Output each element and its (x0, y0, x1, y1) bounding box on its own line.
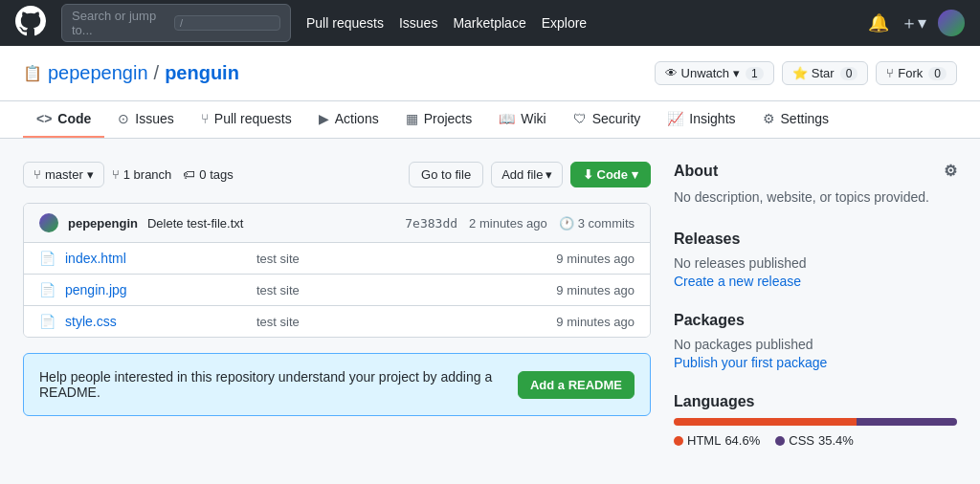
about-description: No description, website, or topics provi… (674, 187, 957, 208)
languages-bar (674, 418, 957, 426)
breadcrumb-separator: / (154, 62, 160, 84)
github-logo[interactable] (15, 6, 46, 41)
code-icon: <> (36, 111, 52, 126)
branch-meta: ⑂ 1 branch 🏷 0 tags (112, 167, 234, 182)
commit-hash-link[interactable]: 7e383dd (405, 216, 457, 231)
file-name-link[interactable]: pengin.jpg (65, 282, 256, 297)
tab-actions[interactable]: ▶ Actions (305, 101, 392, 138)
nav-issues[interactable]: Issues (399, 15, 437, 31)
commit-meta: 7e383dd 2 minutes ago 🕐 3 commits (405, 216, 635, 231)
tab-wiki[interactable]: 📖 Wiki (485, 101, 559, 138)
watch-icon: 👁 (665, 66, 678, 80)
tab-issues[interactable]: ⊙ Issues (104, 101, 187, 138)
gear-icon[interactable]: ⚙ (944, 162, 957, 180)
about-heading-text: About (674, 163, 718, 180)
add-file-chevron-icon: ▾ (546, 167, 552, 182)
wiki-icon: 📖 (499, 111, 515, 126)
branch-actions: Go to file Add file ▾ ⬇ Code ▾ (409, 162, 651, 187)
tab-insights[interactable]: 📈 Insights (654, 101, 748, 138)
content-left: ⑂ master ▾ ⑂ 1 branch 🏷 0 tags Go to fil… (23, 162, 651, 471)
code-button[interactable]: ⬇ Code ▾ (570, 162, 652, 187)
html-language-item: HTML 64.6% (674, 433, 760, 448)
star-icon: ⭐ (792, 66, 808, 80)
user-avatar[interactable] (938, 10, 965, 36)
repo-header: 📋 pepepengin / penguin 👁 Unwatch ▾ 1 ⭐ S… (0, 46, 980, 101)
tab-projects[interactable]: ▦ Projects (392, 101, 486, 138)
about-section: About ⚙ No description, website, or topi… (674, 162, 957, 208)
add-file-button[interactable]: Add file ▾ (491, 162, 562, 187)
branch-selector[interactable]: ⑂ master ▾ (23, 162, 104, 187)
search-shortcut: / (174, 15, 280, 31)
star-button[interactable]: ⭐ Star 0 (782, 61, 869, 85)
tab-actions-label: Actions (335, 111, 379, 126)
nav-links: Pull requests Issues Marketplace Explore (306, 15, 587, 31)
pr-icon: ⑂ (201, 111, 209, 126)
branches-link[interactable]: ⑂ 1 branch (112, 167, 172, 182)
commit-age: 2 minutes ago (469, 216, 547, 231)
search-box[interactable]: Search or jump to... / (61, 4, 291, 42)
tags-link[interactable]: 🏷 0 tags (183, 167, 233, 182)
tab-settings[interactable]: ⚙ Settings (749, 101, 843, 138)
file-name-link[interactable]: style.css (65, 314, 256, 329)
repo-breadcrumb: 📋 pepepengin / penguin (23, 62, 239, 84)
insights-icon: 📈 (667, 111, 683, 126)
watch-label: Unwatch (681, 66, 730, 80)
file-icon: 📄 (39, 282, 56, 297)
fork-label: Fork (898, 66, 923, 80)
code-chevron-icon: ▾ (632, 167, 638, 182)
releases-heading: Releases (674, 231, 957, 248)
code-btn-label: Code (597, 167, 629, 182)
file-age: 9 minutes ago (556, 252, 635, 266)
commit-author[interactable]: pepepengin (68, 216, 138, 231)
css-language-item: CSS 35.4% (775, 433, 854, 448)
repo-owner-link[interactable]: pepepengin (48, 62, 148, 84)
about-heading: About ⚙ (674, 162, 957, 180)
languages-heading: Languages (674, 393, 957, 410)
commits-link[interactable]: 🕐 3 commits (559, 216, 635, 231)
tab-code[interactable]: <> Code (23, 101, 104, 138)
security-icon: 🛡 (573, 111, 587, 126)
nav-pull-requests[interactable]: Pull requests (306, 15, 384, 31)
commit-avatar (39, 213, 58, 232)
nav-marketplace[interactable]: Marketplace (453, 15, 525, 31)
go-to-file-button[interactable]: Go to file (409, 162, 483, 187)
top-navigation: Search or jump to... / Pull requests Iss… (0, 0, 980, 46)
fork-button[interactable]: ⑂ Fork 0 (876, 61, 957, 85)
file-row: 📄 index.html test site 9 minutes ago (24, 243, 650, 275)
tab-projects-label: Projects (424, 111, 473, 126)
branch-name: master (45, 167, 83, 182)
releases-empty-text: No releases published (674, 253, 957, 274)
tab-wiki-label: Wiki (521, 111, 546, 126)
packages-empty-text: No packages published (674, 335, 957, 355)
tab-security[interactable]: 🛡 Security (560, 101, 655, 138)
tab-pr-label: Pull requests (214, 111, 292, 126)
watch-count: 1 (746, 67, 764, 80)
notifications-icon[interactable]: 🔔 (868, 12, 889, 33)
download-icon: ⬇ (583, 167, 593, 182)
plus-icon[interactable]: ＋▾ (901, 11, 926, 34)
watch-button[interactable]: 👁 Unwatch ▾ 1 (655, 61, 774, 85)
nav-explore[interactable]: Explore (542, 15, 587, 31)
publish-package-link[interactable]: Publish your first package (674, 355, 827, 370)
file-icon: 📄 (39, 251, 56, 266)
repo-type-icon: 📋 (23, 64, 42, 82)
history-icon: 🕐 (559, 216, 574, 231)
repo-name-link[interactable]: penguin (165, 62, 239, 84)
add-readme-button[interactable]: Add a README (518, 371, 635, 399)
sidebar: About ⚙ No description, website, or topi… (674, 162, 957, 471)
branch-bar: ⑂ master ▾ ⑂ 1 branch 🏷 0 tags Go to fil… (23, 162, 651, 187)
tab-issues-label: Issues (135, 111, 173, 126)
languages-section: Languages HTML 64.6% CSS 35.4% (674, 393, 957, 448)
file-row: 📄 pengin.jpg test site 9 minutes ago (24, 275, 650, 306)
main-content: ⑂ master ▾ ⑂ 1 branch 🏷 0 tags Go to fil… (0, 139, 980, 484)
packages-section: Packages No packages published Publish y… (674, 312, 957, 370)
create-release-link[interactable]: Create a new release (674, 274, 801, 289)
file-name-link[interactable]: index.html (65, 251, 256, 266)
projects-icon: ▦ (406, 111, 418, 126)
tab-pull-requests[interactable]: ⑂ Pull requests (188, 101, 305, 138)
file-commit-msg: test site (256, 252, 556, 266)
file-commit-msg: test site (256, 283, 556, 297)
tab-insights-label: Insights (689, 111, 735, 126)
star-count: 0 (840, 67, 858, 80)
packages-heading: Packages (674, 312, 957, 329)
